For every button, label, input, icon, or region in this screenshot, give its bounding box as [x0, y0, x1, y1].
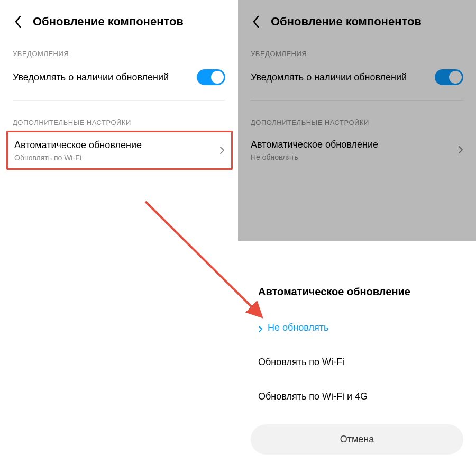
section-notifications-label: УВЕДОМЛЕНИЯ — [238, 39, 476, 62]
auto-update-subtitle: Обновлять по Wi-Fi — [14, 153, 213, 162]
chevron-right-icon — [258, 324, 263, 332]
option-label: Обновлять по Wi-Fi и 4G — [258, 391, 368, 402]
chevron-right-icon — [219, 146, 225, 155]
auto-update-title: Автоматическое обновление — [251, 138, 452, 151]
section-additional-label: ДОПОЛНИТЕЛЬНЫЕ НАСТРОЙКИ — [0, 108, 238, 131]
cancel-button[interactable]: Отмена — [251, 424, 463, 455]
sheet-title: Автоматическое обновление — [238, 269, 476, 311]
highlight-annotation: Автоматическое обновление Обновлять по W… — [6, 131, 233, 170]
option-update-wifi-4g[interactable]: Обновлять по Wi-Fi и 4G — [238, 379, 476, 414]
notify-toggle[interactable] — [435, 69, 463, 85]
row-notify-updates[interactable]: Уведомлять о наличии обновлений — [238, 62, 476, 93]
row-auto-update[interactable]: Автоматическое обновление Не обновлять — [238, 131, 476, 169]
divider — [251, 100, 463, 101]
screen-before: Обновление компонентов УВЕДОМЛЕНИЯ Уведо… — [0, 0, 238, 463]
bottom-sheet: Автоматическое обновление Не обновлять О… — [238, 269, 476, 463]
row-notify-updates[interactable]: Уведомлять о наличии обновлений — [0, 62, 238, 93]
page-title: Обновление компонентов — [33, 15, 184, 29]
notify-toggle[interactable] — [197, 69, 225, 85]
auto-update-title: Автоматическое обновление — [14, 139, 213, 151]
row-auto-update[interactable]: Автоматическое обновление Обновлять по W… — [8, 132, 231, 168]
option-update-wifi[interactable]: Обновлять по Wi-Fi — [238, 345, 476, 379]
back-icon[interactable] — [13, 16, 23, 27]
back-icon[interactable] — [251, 16, 261, 27]
notify-updates-label: Уведомлять о наличии обновлений — [13, 71, 197, 84]
header: Обновление компонентов — [238, 0, 476, 39]
option-label: Не обновлять — [268, 322, 328, 333]
header: Обновление компонентов — [0, 0, 238, 39]
auto-update-subtitle: Не обновлять — [251, 153, 452, 161]
section-additional-label: ДОПОЛНИТЕЛЬНЫЕ НАСТРОЙКИ — [238, 108, 476, 131]
chevron-right-icon — [458, 146, 463, 154]
divider — [13, 100, 225, 101]
section-notifications-label: УВЕДОМЛЕНИЯ — [0, 39, 238, 62]
option-label: Обновлять по Wi-Fi — [258, 357, 344, 368]
screen-after: Обновление компонентов УВЕДОМЛЕНИЯ Уведо… — [238, 0, 476, 463]
page-title: Обновление компонентов — [271, 15, 422, 29]
option-do-not-update[interactable]: Не обновлять — [238, 311, 476, 345]
notify-updates-label: Уведомлять о наличии обновлений — [251, 71, 435, 84]
